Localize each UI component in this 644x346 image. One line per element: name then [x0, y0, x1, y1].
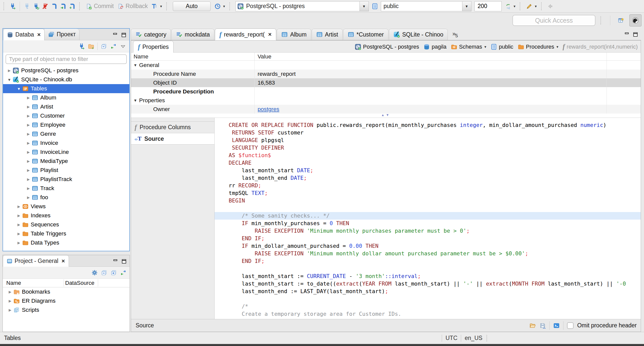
expand-arrow-icon[interactable]: ▶ [25, 168, 32, 172]
breadcrumb-public[interactable]: public [491, 44, 513, 50]
tree-item-mediatype[interactable]: ▶MediaType [3, 157, 129, 166]
source-code-editor[interactable]: CREATE OR REPLACE FUNCTION public.reward… [215, 118, 641, 319]
expand-arrow-icon[interactable]: ▶ [7, 308, 13, 312]
connect-icon[interactable] [24, 3, 30, 10]
tree-item-sequences[interactable]: ▶Sequences [3, 220, 129, 229]
expand-arrow-icon[interactable]: ▶ [25, 159, 32, 163]
expand-arrow-icon[interactable]: ▶ [25, 150, 32, 154]
property-row-properties[interactable]: ▼Properties [131, 96, 641, 105]
open-perspective-button[interactable] [615, 15, 627, 26]
tree-item-genre[interactable]: ▶Genre [3, 129, 129, 139]
tree-item-album[interactable]: ▶Album [3, 93, 129, 102]
sash-collapse-icons[interactable]: ▲▼ [381, 113, 391, 117]
column-header-datasource[interactable]: DataSource [65, 280, 94, 286]
editor-tab-category[interactable]: category [131, 29, 171, 40]
editor-tab-sqlite-chinoo[interactable]: SQLite - Chinoo [389, 29, 448, 40]
new-sql-editor-icon[interactable]: + [69, 3, 75, 10]
close-icon[interactable]: ✕ [37, 32, 41, 38]
tab-properties[interactable]: f Properties [133, 41, 174, 53]
expand-all-icon[interactable] [110, 269, 117, 276]
expand-arrow-icon[interactable]: ▶ [16, 241, 22, 245]
expand-arrow-icon[interactable]: ▶ [16, 214, 22, 218]
minimize-icon[interactable] [112, 258, 118, 264]
expand-arrow-icon[interactable]: ▶ [25, 195, 32, 199]
dbeaver-perspective-button[interactable] [629, 14, 641, 26]
tree-item-customer[interactable]: ▶Customer [3, 111, 129, 120]
chevron-down-icon[interactable]: ▾ [485, 45, 487, 49]
expand-arrow-icon[interactable]: ▶ [25, 132, 32, 136]
schema-combo[interactable]: public ▼ [381, 1, 471, 11]
breadcrumb-rewards-report-int4-numeric[interactable]: frewards_report(int4,numeric) [563, 43, 638, 50]
omit-procedure-header-checkbox[interactable] [567, 322, 574, 329]
breadcrumb-postgresql-postgres[interactable]: PostgreSQL - postgres [355, 44, 419, 50]
breadcrumb-procedures[interactable]: Procedures▾ [518, 44, 558, 50]
project-item-bookmarks[interactable]: ▶★Bookmarks [3, 287, 130, 296]
property-row-general[interactable]: ▼General [131, 61, 641, 70]
open-in-sql-console-icon[interactable] [553, 322, 560, 329]
tree-item-track[interactable]: ▶Track [3, 184, 129, 193]
collapse-arrow-icon[interactable]: ▼ [6, 78, 13, 82]
link-with-editor-icon[interactable] [120, 269, 127, 276]
auto-commit-button[interactable]: Auto [173, 2, 211, 11]
close-icon[interactable]: ✕ [61, 258, 65, 264]
back-arrow-icon[interactable] [547, 3, 553, 10]
expand-arrow-icon[interactable]: ▶ [25, 105, 32, 109]
close-icon[interactable]: ✕ [268, 32, 272, 37]
nav-tab-проект[interactable]: Проект [45, 29, 79, 40]
open-sql-editor-icon[interactable] [60, 3, 66, 10]
nav-tab-databa[interactable]: Databa✕ [3, 29, 45, 40]
tree-item-views[interactable]: ▶Views [3, 202, 129, 211]
new-folder-icon[interactable]: + [88, 43, 94, 50]
editor-tab-customer[interactable]: *Customer [343, 29, 388, 40]
tree-item-table-triggers[interactable]: ▶Table Triggers [3, 229, 129, 238]
owner-link[interactable]: postgres [258, 106, 279, 113]
collapse-arrow-icon[interactable]: ▼ [132, 98, 139, 102]
grid-column-name[interactable]: Name [131, 53, 254, 60]
expand-arrow-icon[interactable]: ▶ [7, 299, 13, 303]
connection-combo-dropdown[interactable]: ▼ [359, 2, 369, 11]
expand-arrow-icon[interactable]: ▶ [25, 141, 32, 145]
editor-tab-album[interactable]: Album [277, 29, 311, 40]
breadcrumb-pagila[interactable]: pagila [423, 44, 447, 50]
editor-tab-mockdata[interactable]: mockdata [171, 29, 214, 40]
commit-button[interactable]: Commit [86, 3, 114, 10]
property-row-procedure-description[interactable]: Procedure Description [131, 87, 641, 96]
edit-button[interactable]: ▾ [526, 3, 537, 10]
reconnect-icon[interactable]: ↻ [33, 3, 39, 10]
splitter-sash[interactable]: ▲▼ [131, 114, 641, 118]
tree-item-data-types[interactable]: ▶Data Types [3, 238, 129, 247]
property-row-procedure-name[interactable]: Procedure Namerewards_report [131, 70, 641, 78]
expand-arrow-icon[interactable]: ▶ [25, 123, 32, 127]
tree-item-invoice[interactable]: ▶Invoice [3, 139, 129, 148]
fetch-size-input[interactable] [474, 1, 502, 11]
editor-tab-rewards-report[interactable]: frewards_report(✕ [215, 28, 276, 40]
tree-item-playlist[interactable]: ▶Playlist [3, 166, 129, 175]
tree-item-artist[interactable]: ▶Artist [3, 102, 129, 111]
project-item-er-diagrams[interactable]: ▶ER Diagrams [3, 296, 130, 305]
property-row-owner[interactable]: Ownerpostgres [131, 105, 641, 114]
connection-combo[interactable]: PostgreSQL - postgres ▼ [235, 1, 369, 11]
tree-item-employee[interactable]: ▶Employee [3, 120, 129, 129]
grid-column-value[interactable]: Value [254, 53, 641, 60]
maximize-icon[interactable] [632, 31, 638, 38]
tree-item-indexes[interactable]: ▶Indexes [3, 211, 129, 220]
tree-item-playlisttrack[interactable]: ▶PlaylistTrack [3, 175, 129, 184]
expand-arrow-icon[interactable]: ▶ [16, 204, 22, 209]
object-filter-input[interactable] [6, 54, 127, 64]
view-menu-icon[interactable] [120, 43, 126, 50]
minimize-icon[interactable] [112, 32, 118, 38]
maximize-icon[interactable] [121, 32, 127, 38]
load-from-file-icon[interactable] [529, 322, 536, 329]
quick-access-input[interactable] [512, 15, 595, 26]
gear-icon[interactable] [91, 269, 98, 276]
tree-item-invoiceline[interactable]: ▶InvoiceLine [3, 148, 129, 157]
collapse-arrow-icon[interactable]: ▼ [16, 87, 22, 91]
tree-item-foo[interactable]: ▶foo [3, 193, 129, 202]
breadcrumb-schemas[interactable]: Schemas▾ [451, 44, 486, 50]
editor-tab-artist[interactable]: Artist [312, 29, 343, 40]
side-tab-source[interactable]: ‹›TSource [131, 133, 214, 145]
expand-arrow-icon[interactable]: ▶ [25, 96, 32, 100]
project-item-scripts[interactable]: ▶Scripts [3, 305, 130, 315]
rollback-button[interactable]: Rollback [117, 3, 148, 10]
save-to-file-icon[interactable] [539, 322, 546, 329]
